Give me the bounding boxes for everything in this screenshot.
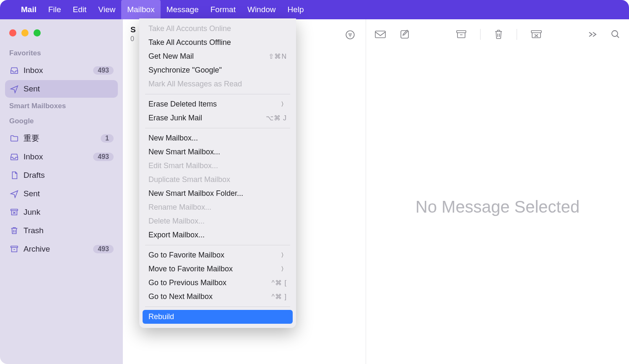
menu-item-get-new-mail[interactable]: Get New Mail⇧⌘N [139,49,296,63]
sidebar-item-badge: 493 [93,153,114,161]
trash-icon[interactable] [494,29,503,40]
search-icon[interactable] [611,29,621,39]
sidebar-item-label: Trash [23,226,114,235]
menu-item-label: Rebuild [148,312,174,321]
message-list-header: S 0 [130,25,136,43]
menu-separator [145,245,290,245]
submenu-arrow-icon: 〉 [281,265,287,273]
sent-icon [9,189,19,199]
menu-format[interactable]: Format [205,0,242,19]
menu-item-new-smart-mailbox-folder[interactable]: New Smart Mailbox Folder... [139,187,296,200]
trash-icon [9,226,19,236]
menu-item-label: Go to Previous Mailbox [148,278,226,287]
svg-rect-0 [11,209,18,211]
archive-icon[interactable] [456,29,467,39]
sidebar-item-drafts[interactable]: Drafts [5,166,118,184]
menu-item-new-smart-mailbox[interactable]: New Smart Mailbox... [139,145,296,159]
menu-item-new-mailbox[interactable]: New Mailbox... [139,131,296,145]
toolbar-separator [480,29,481,40]
submenu-arrow-icon: 〉 [281,101,287,108]
junk-icon[interactable] [530,29,542,39]
sidebar-item-label: Sent [23,84,114,94]
empty-state: No Message Selected [366,49,629,364]
menu-item-rebuild[interactable]: Rebuild [143,310,293,324]
menu-item-take-all-accounts-offline[interactable]: Take All Accounts Offline [139,36,296,49]
menu-item-label: Go to Next Mailbox [148,292,213,301]
mailbox-menu-dropdown: Take All Accounts OnlineTake All Account… [139,18,296,328]
menu-view[interactable]: View [92,0,121,19]
menu-item-mark-all-messages-as-read: Mark All Messages as Read [139,77,296,91]
sidebar-section-label: Google [0,114,123,129]
menu-item-go-to-favorite-mailbox[interactable]: Go to Favorite Mailbox〉 [139,248,296,262]
sidebar-item-label: Inbox [23,152,93,161]
menu-item-synchronize-google[interactable]: Synchronize "Google" [139,63,296,77]
menu-item-go-to-previous-mailbox[interactable]: Go to Previous Mailbox^⌘ [ [139,276,296,290]
menu-item-label: New Smart Mailbox Folder... [148,189,243,198]
sidebar-item-badge: 493 [93,66,114,75]
close-window-button[interactable] [9,29,16,36]
menu-item-export-mailbox[interactable]: Export Mailbox... [139,228,296,242]
menu-separator [145,128,290,128]
reply-icon[interactable] [374,30,386,39]
fullscreen-window-button[interactable] [34,29,41,36]
minimize-window-button[interactable] [21,29,29,36]
menu-item-rename-mailbox: Rename Mailbox... [139,200,296,214]
menu-shortcut: ^⌘ [ [272,279,287,287]
sidebar-item-trash[interactable]: Trash [5,222,118,239]
folder-icon [9,133,19,143]
sidebar-item-sent[interactable]: Sent [5,80,118,98]
menu-item-label: Delete Mailbox... [148,217,205,226]
menu-shortcut: ⌥⌘ J [266,114,287,122]
archive-icon [9,244,19,254]
sidebar-item-inbox[interactable]: Inbox 493 [5,62,118,79]
menu-item-delete-mailbox: Delete Mailbox... [139,214,296,228]
sidebar-item-label: Junk [23,208,114,217]
inbox-icon [9,65,19,75]
mail-window: Favorites Inbox 493 Sent Smart Mailboxes… [0,19,629,364]
menu-item-label: Take All Accounts Offline [148,38,231,47]
menu-item-label: New Mailbox... [148,134,198,143]
menu-item-move-to-favorite-mailbox[interactable]: Move to Favorite Mailbox〉 [139,262,296,276]
menu-item-label: Erase Deleted Items [148,100,217,109]
svg-point-7 [612,31,618,36]
menu-item-go-to-next-mailbox[interactable]: Go to Next Mailbox^⌘ ] [139,290,296,304]
more-icon[interactable] [588,31,597,38]
menu-separator [145,94,290,94]
sidebar-item-inbox[interactable]: Inbox 493 [5,148,118,166]
sidebar-section-label: Favorites [0,46,123,61]
menu-separator [145,307,290,307]
menu-item-label: Get New Mail [148,52,194,61]
menu-item-label: Take All Accounts Online [148,24,231,33]
menu-item-erase-junk-mail[interactable]: Erase Junk Mail⌥⌘ J [139,111,296,125]
sent-icon [9,84,19,94]
menubar: Mail File Edit View Mailbox Message Form… [0,0,629,19]
menu-window[interactable]: Window [242,0,282,19]
menu-mailbox[interactable]: Mailbox [121,0,160,19]
sidebar-item-label: Inbox [23,66,93,75]
sidebar-item-sent[interactable]: Sent [5,185,118,203]
svg-point-2 [346,31,354,39]
toolbar-separator [517,29,517,40]
sidebar-item-label: Sent [23,189,114,198]
sidebar-item-重要[interactable]: 重要 1 [5,130,118,147]
compose-icon[interactable] [400,29,410,39]
menu-edit[interactable]: Edit [67,0,93,19]
sidebar-item-junk[interactable]: Junk [5,203,118,221]
menu-help[interactable]: Help [282,0,310,19]
window-controls [0,28,123,46]
toolbar [366,19,629,49]
svg-rect-3 [375,31,385,38]
svg-rect-1 [11,246,18,248]
filter-icon[interactable] [345,29,356,40]
menu-app[interactable]: Mail [15,0,42,19]
message-preview-pane: No Message Selected [366,19,629,364]
menu-shortcut: ^⌘ ] [272,293,287,301]
submenu-arrow-icon: 〉 [281,252,287,259]
menu-item-label: Go to Favorite Mailbox [148,251,224,260]
menu-item-erase-deleted-items[interactable]: Erase Deleted Items〉 [139,97,296,111]
menu-file[interactable]: File [42,0,67,19]
menu-message[interactable]: Message [161,0,205,19]
sidebar-item-archive[interactable]: Archive 493 [5,240,118,258]
svg-rect-6 [531,31,541,33]
menu-item-label: New Smart Mailbox... [148,148,220,156]
